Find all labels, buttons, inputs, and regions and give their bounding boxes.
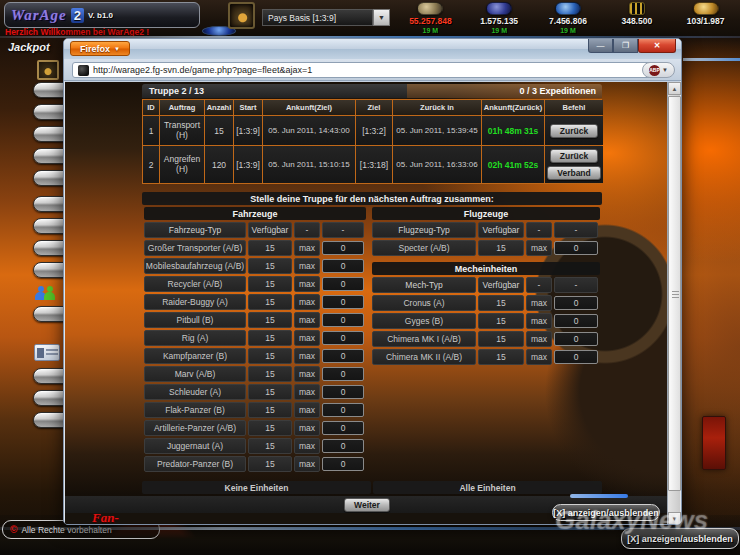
unit-row: Raider-Buggy (A)15max xyxy=(144,294,366,310)
fleet-row-start[interactable]: [1:3:9] xyxy=(234,116,262,145)
browser-scrollbar[interactable]: ▲ ▼ xyxy=(667,82,680,525)
col-anzahl: Anzahl xyxy=(205,100,233,115)
url-bar[interactable]: ☆ xyxy=(72,62,662,78)
unit-max-link[interactable]: max xyxy=(526,295,552,311)
unit-count-input[interactable] xyxy=(322,421,364,435)
mechs-column-headers: Mech-Typ Verfügbar - - xyxy=(372,277,600,293)
unit-max-link[interactable]: max xyxy=(526,349,552,365)
chevron-down-icon[interactable]: ▼ xyxy=(373,9,390,26)
unit-max-link[interactable]: max xyxy=(294,330,320,346)
available-column-header: Verfügbar xyxy=(248,222,292,238)
unit-max-link[interactable]: max xyxy=(294,420,320,436)
fleet-row-target[interactable]: [1:3:18] xyxy=(356,146,392,183)
inner-glow-line xyxy=(570,494,628,498)
unit-max-link[interactable]: max xyxy=(526,331,552,347)
unit-count-cell xyxy=(554,240,598,256)
unit-max-link[interactable]: max xyxy=(294,402,320,418)
fleet-table: Truppe 2 / 13 0 / 3 Expeditionen ID Auft… xyxy=(142,84,602,184)
unit-count-input[interactable] xyxy=(322,439,364,453)
col-ziel: Ziel xyxy=(356,100,392,115)
unit-max-link[interactable]: max xyxy=(294,294,320,310)
outer-toggle-button[interactable]: [X] anzeigen/ausblenden xyxy=(621,528,739,549)
unit-count-input[interactable] xyxy=(554,350,598,364)
spice-icon[interactable] xyxy=(555,2,581,15)
all-units-button[interactable]: Alle Einheiten xyxy=(373,481,602,494)
unit-count-input[interactable] xyxy=(554,314,598,328)
unit-max-link[interactable]: max xyxy=(526,313,552,329)
unit-max-link[interactable]: max xyxy=(294,276,320,292)
bevoelkerung-value: 103/1.987 xyxy=(687,16,725,26)
energie-icon[interactable] xyxy=(629,2,645,15)
unit-max-link[interactable]: max xyxy=(526,240,552,256)
unit-available: 15 xyxy=(478,349,524,365)
unit-max-link[interactable]: max xyxy=(294,348,320,364)
unit-name: Artillerie-Panzer (A/B) xyxy=(144,420,246,436)
fleet-row-mission: Angreifen (H) xyxy=(160,155,204,175)
kristall-icon[interactable] xyxy=(486,2,512,15)
col-auftrag: Auftrag xyxy=(160,100,204,115)
unit-count-input[interactable] xyxy=(322,367,364,381)
expeditions-counter: 0 / 3 Expeditionen xyxy=(407,84,602,98)
unit-row: Chimera MK I (A/B)15max xyxy=(372,331,600,347)
scroll-up-icon[interactable]: ▲ xyxy=(668,82,681,95)
aircraft-mech-column: Flugzeuge Flugzeug-Typ Verfügbar - - Spe… xyxy=(372,207,600,472)
base-building-icon[interactable] xyxy=(228,2,255,29)
unit-max-link[interactable]: max xyxy=(294,384,320,400)
kristall-resource: 1.575.13519 M xyxy=(465,2,534,36)
unit-name: Specter (A/B) xyxy=(372,240,476,256)
union-button[interactable]: Verband xyxy=(547,166,601,180)
close-button[interactable]: ✕ xyxy=(638,39,676,53)
unit-max-link[interactable]: max xyxy=(294,312,320,328)
unit-row: Chimera MK II (A/B)15max xyxy=(372,349,600,365)
divider xyxy=(372,258,600,260)
unit-count-input[interactable] xyxy=(322,385,364,399)
recall-button[interactable]: Zurück xyxy=(550,149,598,163)
metall-icon[interactable] xyxy=(417,2,443,15)
unit-max-link[interactable]: max xyxy=(294,456,320,472)
unit-row: Flak-Panzer (B)15max xyxy=(144,402,366,418)
unit-count-input[interactable] xyxy=(554,332,598,346)
unit-count-input[interactable] xyxy=(322,295,364,309)
aircraft-header: Flugzeuge xyxy=(372,207,600,220)
no-units-button[interactable]: Keine Einheiten xyxy=(142,481,371,494)
unit-count-input[interactable] xyxy=(322,331,364,345)
fleet-row-id: 1 xyxy=(143,116,159,145)
adblock-button[interactable]: ABP ▼ xyxy=(642,62,675,78)
id-card-icon[interactable] xyxy=(34,344,60,361)
unit-count-input[interactable] xyxy=(322,259,364,273)
users-icon[interactable] xyxy=(35,280,65,300)
unit-count-cell xyxy=(322,366,364,382)
unit-count-input[interactable] xyxy=(322,277,364,291)
minimize-button[interactable]: — xyxy=(588,39,613,53)
fleet-row-return-at: 05. Jun 2011, 15:39:45 xyxy=(393,116,481,145)
unit-max-link[interactable]: max xyxy=(294,258,320,274)
bevoelkerung-icon[interactable] xyxy=(693,2,719,15)
firefox-menu-button[interactable]: Firefox ▼ xyxy=(70,41,130,56)
unit-count-input[interactable] xyxy=(554,296,598,310)
unit-max-link[interactable]: max xyxy=(294,240,320,256)
unit-available: 15 xyxy=(248,330,292,346)
url-input[interactable] xyxy=(93,65,642,75)
quick-select-buttons: Keine Einheiten Alle Einheiten xyxy=(142,481,602,494)
recall-button[interactable]: Zurück xyxy=(550,124,598,138)
planet-select[interactable]: Pays Basis [1:3:9] ▼ xyxy=(262,9,390,26)
unit-count-input[interactable] xyxy=(322,241,364,255)
unit-count-input[interactable] xyxy=(322,403,364,417)
fleet-row-start[interactable]: [1:3:9] xyxy=(234,146,262,183)
window-titlebar[interactable]: Firefox ▼ — ❐ ✕ xyxy=(64,39,681,59)
vehicles-column-headers: Fahrzeug-Typ Verfügbar - - xyxy=(144,222,366,238)
unit-max-link[interactable]: max xyxy=(294,438,320,454)
fleet-row-return-at: 05. Jun 2011, 16:33:06 xyxy=(393,146,481,183)
maximize-button[interactable]: ❐ xyxy=(613,39,638,53)
unit-count-input[interactable] xyxy=(322,349,364,363)
maximize-icon: ❐ xyxy=(622,41,629,50)
inner-toggle-button[interactable]: [X] anzeigen/ausblenden xyxy=(552,504,660,521)
unit-max-link[interactable]: max xyxy=(294,366,320,382)
fleet-row-target[interactable]: [1:3:2] xyxy=(356,116,392,145)
unit-count-input[interactable] xyxy=(322,313,364,327)
unit-count-input[interactable] xyxy=(554,241,598,255)
next-button[interactable]: Weiter xyxy=(344,498,390,512)
unit-count-input[interactable] xyxy=(322,457,364,471)
scrollbar-thumb[interactable] xyxy=(668,96,681,491)
scroll-down-icon[interactable]: ▼ xyxy=(668,512,681,525)
